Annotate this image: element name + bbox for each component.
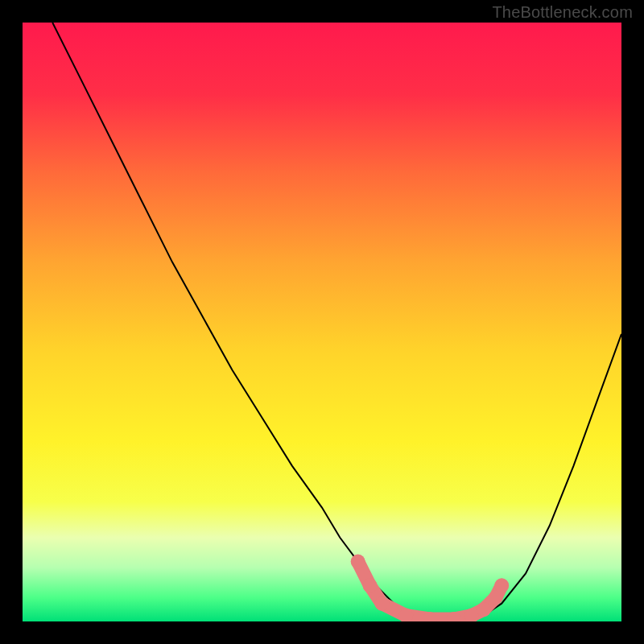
- optimal-zone-dot: [351, 555, 365, 569]
- optimal-zone-dot: [363, 578, 378, 592]
- optimal-zone-dot: [374, 597, 389, 611]
- bottleneck-chart: [23, 23, 621, 621]
- gradient-background: [23, 23, 621, 621]
- optimal-zone-dot: [477, 602, 491, 617]
- optimal-zone-dot: [494, 578, 509, 592]
- chart-canvas: [23, 23, 621, 621]
- watermark-text: TheBottleneck.com: [492, 3, 633, 22]
